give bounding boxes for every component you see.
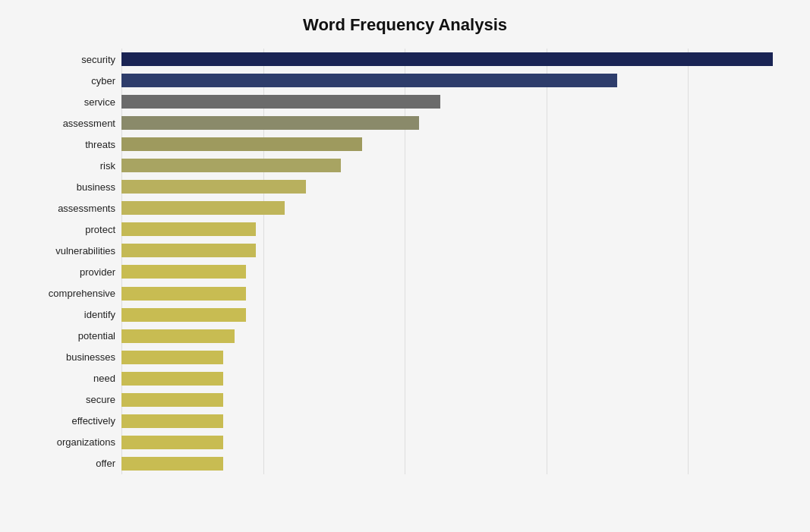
y-label: assessment — [63, 118, 115, 128]
y-label: offer — [96, 458, 115, 468]
bar-organizations — [121, 436, 223, 449]
y-label: need — [93, 373, 115, 383]
bar-row — [121, 328, 787, 345]
bar-businesses — [121, 351, 223, 364]
bar-row — [121, 392, 787, 408]
y-label: service — [84, 97, 115, 107]
bar-cyber — [121, 74, 617, 87]
bar-row — [121, 434, 787, 451]
y-label: provider — [80, 267, 115, 277]
bar-threats — [121, 137, 362, 151]
bar-business — [121, 180, 306, 194]
chart-container: Word Frequency Analysis securitycyberser… — [0, 0, 810, 532]
bar-row — [121, 93, 787, 110]
bar-row — [121, 413, 787, 430]
bar-row — [121, 51, 787, 68]
bar-need — [121, 372, 223, 386]
y-label: security — [81, 55, 115, 65]
y-label: vulnerabilities — [55, 246, 115, 256]
y-label: cyber — [91, 76, 115, 86]
bar-potential — [121, 329, 235, 343]
bars-wrapper — [121, 49, 787, 474]
bar-assessment — [121, 116, 419, 130]
y-label: business — [77, 182, 115, 192]
bar-row — [121, 263, 787, 280]
bar-comprehensive — [121, 287, 246, 301]
bar-row — [121, 242, 787, 259]
y-label: secure — [86, 395, 115, 405]
bar-row — [121, 455, 787, 472]
bar-row — [121, 72, 787, 89]
y-label: identify — [84, 310, 115, 320]
chart-area: securitycyberserviceassessmentthreatsris… — [23, 49, 787, 474]
bar-security — [121, 52, 773, 66]
bar-vulnerabilities — [121, 244, 256, 257]
bar-row — [121, 285, 787, 302]
bar-secure — [121, 393, 223, 407]
bar-row — [121, 370, 787, 387]
y-label: effectively — [71, 416, 115, 426]
y-label: protect — [85, 225, 115, 235]
bar-provider — [121, 265, 246, 279]
bar-row — [121, 221, 787, 238]
chart-title: Word Frequency Analysis — [23, 15, 787, 35]
bar-identify — [121, 308, 246, 322]
bar-protect — [121, 222, 256, 236]
bar-row — [121, 200, 787, 216]
bar-row — [121, 115, 787, 131]
bar-offer — [121, 457, 223, 471]
bar-row — [121, 349, 787, 366]
bar-row — [121, 157, 787, 174]
y-labels: securitycyberserviceassessmentthreatsris… — [23, 49, 121, 474]
y-label: businesses — [66, 352, 115, 362]
y-label: potential — [78, 331, 115, 341]
bar-row — [121, 307, 787, 323]
bars-and-grid — [121, 49, 787, 474]
y-label: risk — [100, 161, 115, 171]
y-label: threats — [85, 140, 115, 150]
y-label: assessments — [58, 203, 115, 213]
bar-row — [121, 136, 787, 153]
bar-assessments — [121, 201, 285, 215]
bar-row — [121, 178, 787, 195]
y-label: organizations — [57, 437, 115, 447]
bar-effectively — [121, 414, 223, 428]
y-label: comprehensive — [49, 288, 115, 298]
bar-risk — [121, 159, 341, 172]
bar-service — [121, 95, 440, 109]
